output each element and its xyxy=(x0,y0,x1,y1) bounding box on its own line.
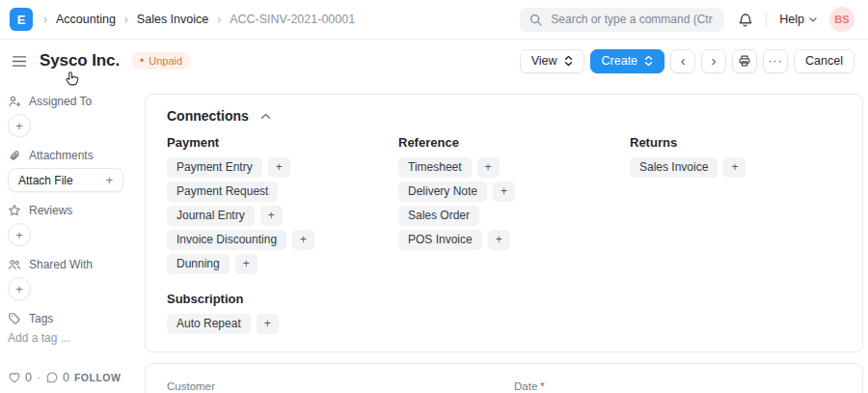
attachments-header: Attachments xyxy=(8,149,121,162)
tags-section: Tags Add a tag ... xyxy=(8,312,121,345)
connection-link-invoice-discounting[interactable]: Invoice Discounting xyxy=(167,230,286,250)
connection-item-row: Journal Entry+ xyxy=(167,206,398,226)
connection-link-payment-request[interactable]: Payment Request xyxy=(167,182,278,202)
menu-icon xyxy=(12,55,27,68)
connection-link-journal-entry[interactable]: Journal Entry xyxy=(167,206,255,226)
add-tag-input[interactable]: Add a tag ... xyxy=(8,331,121,345)
connection-link-sales-invoice[interactable]: Sales Invoice xyxy=(630,157,718,178)
connection-link-timesheet[interactable]: Timesheet xyxy=(398,157,472,178)
add-review-button[interactable]: + xyxy=(8,223,31,246)
attachments-label: Attachments xyxy=(29,149,94,162)
avatar[interactable]: BS xyxy=(829,7,854,32)
add-assignment-button[interactable]: + xyxy=(8,114,31,137)
connection-item-row: Sales Order xyxy=(398,206,630,226)
breadcrumb-item: ACC-SINV-2021-00001 xyxy=(230,13,355,26)
date-label-text: Date xyxy=(514,380,537,392)
sidebar-toggle-button[interactable] xyxy=(9,55,30,68)
comment-count: 0 xyxy=(63,371,69,384)
assigned-to-header: Assigned To xyxy=(8,95,121,108)
connections-group-title: Subscription xyxy=(167,292,398,306)
add-delivery-note-button[interactable]: + xyxy=(493,182,515,202)
chevron-up-icon xyxy=(260,113,271,120)
add-invoice-discounting-button[interactable]: + xyxy=(292,230,314,250)
like-count: 0 xyxy=(25,371,32,384)
navbar: E ›Accounting›Sales Invoice›ACC-SINV-202… xyxy=(0,0,868,40)
notifications-button[interactable] xyxy=(737,12,753,28)
help-menu[interactable]: Help xyxy=(779,13,817,26)
add-timesheet-button[interactable]: + xyxy=(477,157,500,178)
prev-document-button[interactable]: ‹ xyxy=(670,49,695,73)
add-dunning-button[interactable]: + xyxy=(235,254,258,274)
add-payment-entry-button[interactable]: + xyxy=(268,157,290,178)
cancel-button[interactable]: Cancel xyxy=(794,49,854,73)
connections-group-returns: ReturnsSales Invoice+ xyxy=(630,135,841,278)
reviews-header: Reviews xyxy=(8,204,121,217)
comments-button[interactable]: 0 xyxy=(45,371,69,384)
select-caret-icon xyxy=(644,55,653,67)
plus-icon: + xyxy=(105,173,113,187)
like-button[interactable]: 0 xyxy=(8,371,32,384)
collapse-section-button[interactable] xyxy=(258,111,273,122)
connection-link-payment-entry[interactable]: Payment Entry xyxy=(167,157,262,178)
attach-file-label: Attach File xyxy=(18,174,73,187)
connections-group-payment: PaymentPayment Entry+Payment RequestJour… xyxy=(167,135,398,278)
app-logo[interactable]: E xyxy=(10,8,33,31)
attachments-section: Attachments Attach File + xyxy=(8,149,121,192)
create-button-label: Create xyxy=(602,54,638,68)
connection-item-row: Auto Repeat+ xyxy=(167,314,398,334)
global-search[interactable] xyxy=(520,8,724,32)
shared-users-icon xyxy=(8,258,21,271)
view-button[interactable]: View xyxy=(520,49,584,73)
breadcrumb-item[interactable]: Accounting xyxy=(56,13,116,26)
connection-link-delivery-note[interactable]: Delivery Note xyxy=(398,182,487,202)
tags-header: Tags xyxy=(8,312,121,325)
connection-item-row: Payment Request xyxy=(167,182,398,202)
connection-link-auto-repeat[interactable]: Auto Repeat xyxy=(167,314,251,334)
print-button[interactable] xyxy=(732,49,757,73)
header-actions: View Create ‹ › ··· Cancel xyxy=(520,49,854,73)
reviews-label: Reviews xyxy=(29,204,72,217)
create-button[interactable]: Create xyxy=(590,49,665,73)
printer-icon xyxy=(738,54,751,68)
page-title[interactable]: Sysco Inc. xyxy=(40,51,120,70)
connection-link-dunning[interactable]: Dunning xyxy=(167,254,230,274)
add-share-button[interactable]: + xyxy=(8,277,31,300)
tag-icon xyxy=(8,312,21,325)
connections-grid: PaymentPayment Entry+Payment RequestJour… xyxy=(167,135,841,338)
document-sidebar: Assigned To + Attachments Attach File + … xyxy=(0,82,145,393)
status-bullet-icon: • xyxy=(140,55,144,67)
attach-file-button[interactable]: Attach File + xyxy=(8,168,123,192)
connection-item-row: Delivery Note+ xyxy=(398,182,630,202)
view-button-label: View xyxy=(531,54,557,68)
connection-link-pos-invoice[interactable]: POS Invoice xyxy=(398,230,482,250)
add-auto-repeat-button[interactable]: + xyxy=(257,314,279,334)
connection-item-row: Payment Entry+ xyxy=(167,157,398,178)
shared-with-section: Shared With + xyxy=(8,258,121,300)
breadcrumb-chevron-icon: › xyxy=(217,13,221,26)
next-document-button[interactable]: › xyxy=(701,49,726,73)
connection-item-row: POS Invoice+ xyxy=(398,230,630,250)
form-main: Connections PaymentPayment Entry+Payment… xyxy=(145,94,863,393)
more-menu-button[interactable]: ··· xyxy=(763,49,788,73)
breadcrumb-item[interactable]: Sales Invoice xyxy=(137,13,208,26)
reviews-section: Reviews + xyxy=(8,204,121,246)
connections-group-title: Reference xyxy=(398,135,630,150)
connection-item-row: Timesheet+ xyxy=(398,157,630,178)
assigned-to-label: Assigned To xyxy=(29,95,92,108)
status-badge-label: Unpaid xyxy=(149,55,182,67)
connection-link-sales-order[interactable]: Sales Order xyxy=(398,206,479,226)
connection-item-row: Dunning+ xyxy=(167,254,398,274)
form-fields-row: Customer Date* xyxy=(167,380,841,392)
required-marker: * xyxy=(540,380,544,392)
add-journal-entry-button[interactable]: + xyxy=(260,206,283,226)
dot-separator: · xyxy=(37,371,41,384)
connections-card: Connections PaymentPayment Entry+Payment… xyxy=(145,94,863,352)
add-pos-invoice-button[interactable]: + xyxy=(488,230,510,250)
page-header: Sysco Inc. • Unpaid View Create ‹ › ··· … xyxy=(0,40,868,82)
sidebar-footer: 0 · 0 FOLLOW xyxy=(8,371,121,384)
paperclip-icon xyxy=(8,149,21,162)
add-sales-invoice-button[interactable]: + xyxy=(723,157,746,178)
search-input[interactable] xyxy=(549,12,715,27)
breadcrumb: ›Accounting›Sales Invoice›ACC-SINV-2021-… xyxy=(43,13,355,26)
follow-button[interactable]: FOLLOW xyxy=(74,372,122,383)
